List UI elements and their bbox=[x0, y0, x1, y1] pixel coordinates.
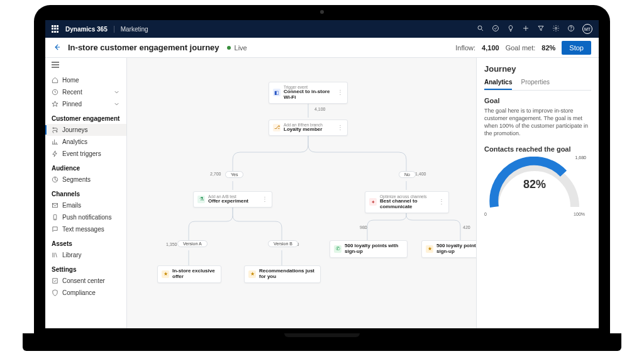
svg-point-0 bbox=[478, 26, 482, 30]
search-icon[interactable] bbox=[477, 25, 484, 33]
node-branch[interactable]: ⎇ Add an if/then branchLoyalty member ⋮ bbox=[269, 119, 348, 136]
details-panel: Journey Analytics Properties Goal The go… bbox=[476, 58, 599, 328]
lightbulb-icon[interactable] bbox=[507, 25, 514, 33]
gauge-min: 0 bbox=[484, 212, 487, 216]
node-optimize[interactable]: ✦ Optimize across channelsBest channel t… bbox=[365, 191, 449, 213]
sidebar-item-label: Push notifications bbox=[62, 214, 111, 221]
offer-icon: ★ bbox=[426, 245, 433, 253]
optimize-icon: ✦ bbox=[369, 198, 377, 206]
stop-button[interactable]: Stop bbox=[562, 41, 591, 55]
sidebar-item-label: Journeys bbox=[62, 126, 88, 133]
branch-pill-no[interactable]: No bbox=[399, 171, 416, 178]
flow-count: 980 bbox=[360, 225, 367, 230]
whatsapp-icon: ✆ bbox=[334, 245, 341, 253]
svg-point-2 bbox=[555, 28, 557, 30]
sidebar-item-label: Segments bbox=[62, 176, 91, 183]
offer-icon: ★ bbox=[162, 270, 169, 278]
avatar[interactable]: MT bbox=[582, 24, 592, 34]
ab-pill-b[interactable]: Version B bbox=[268, 240, 298, 247]
leaf-exclusive[interactable]: ★ In-store exclusive offer bbox=[157, 265, 221, 283]
flow-count: 1,400 bbox=[415, 172, 426, 176]
chevron-down-icon bbox=[113, 89, 120, 96]
help-icon[interactable] bbox=[567, 25, 575, 33]
svg-point-1 bbox=[493, 26, 499, 31]
sidebar-item-segments[interactable]: Segments bbox=[45, 174, 126, 186]
hamburger-icon[interactable] bbox=[45, 58, 126, 73]
gauge-max: 100% bbox=[574, 212, 585, 216]
svg-point-6 bbox=[53, 128, 54, 129]
sidebar-item-emails[interactable]: Emails bbox=[45, 199, 126, 211]
sidebar-section: Settings bbox=[45, 261, 126, 275]
flow-count: 420 bbox=[463, 225, 470, 230]
sidebar-item-recent[interactable]: Recent bbox=[45, 86, 126, 98]
command-bar: In-store customer engagement journey Liv… bbox=[45, 38, 599, 58]
leaf-points-b[interactable]: ★ 500 loyalty points with sign-up bbox=[421, 240, 476, 258]
sidebar-item-label: Emails bbox=[62, 202, 81, 209]
sidebar-item-home[interactable]: Home bbox=[45, 74, 126, 86]
gauge-percent: 82% bbox=[484, 178, 585, 191]
gauge-chart: 1,680 82% 0 100% bbox=[484, 157, 585, 213]
sidebar-item-label: Text messages bbox=[62, 226, 104, 233]
svg-point-7 bbox=[56, 131, 57, 132]
sidebar-item-label: Compliance bbox=[62, 289, 96, 296]
status-dot-icon bbox=[227, 46, 231, 50]
filter-icon[interactable] bbox=[537, 25, 545, 33]
inflow-value: 4,100 bbox=[482, 44, 499, 52]
sidebar-item-text[interactable]: Text messages bbox=[45, 223, 126, 235]
svg-rect-12 bbox=[53, 279, 57, 283]
flow-count: 2,700 bbox=[210, 172, 221, 176]
sidebar-item-push[interactable]: Push notifications bbox=[45, 211, 126, 223]
sidebar-item-library[interactable]: Library bbox=[45, 249, 126, 261]
sidebar-item-label: Home bbox=[62, 77, 79, 84]
back-button[interactable] bbox=[53, 43, 62, 53]
tab-properties[interactable]: Properties bbox=[521, 79, 550, 90]
branch-pill-yes[interactable]: Yes bbox=[225, 171, 243, 178]
sidebar-item-label: Library bbox=[62, 252, 82, 258]
offer-icon: ★ bbox=[248, 270, 256, 278]
task-icon[interactable] bbox=[492, 25, 499, 33]
sidebar-item-label: Event triggers bbox=[62, 150, 101, 157]
svg-point-11 bbox=[55, 219, 55, 219]
goal-description: The goal here is to improve in-store cus… bbox=[484, 107, 591, 138]
global-header: Dynamics 365 Marketing MT bbox=[45, 20, 599, 38]
goal-heading: Goal bbox=[484, 97, 591, 104]
journey-canvas[interactable]: 4,100 2,700 1,400 1,350 1,350 980 420 Ye… bbox=[127, 58, 476, 328]
status-label: Live bbox=[235, 44, 247, 52]
sidebar-item-label: Consent center bbox=[62, 277, 105, 284]
sidebar-item-label: Pinned bbox=[62, 101, 82, 108]
flow-count: 4,100 bbox=[314, 107, 326, 111]
leaf-reco[interactable]: ★ Recommendations just for you bbox=[244, 265, 321, 283]
panel-title: Journey bbox=[484, 64, 591, 74]
abtest-icon: ⚗ bbox=[197, 196, 205, 203]
tab-analytics[interactable]: Analytics bbox=[484, 79, 512, 90]
chevron-down-icon bbox=[113, 101, 120, 108]
app-launcher-icon[interactable] bbox=[52, 25, 59, 33]
add-icon[interactable] bbox=[522, 25, 530, 33]
branch-icon: ⎇ bbox=[273, 124, 280, 131]
node-abtest[interactable]: ⚗ Add an A/B testOffer experiment ⋮ bbox=[193, 191, 272, 208]
sidebar-section: Channels bbox=[45, 186, 126, 199]
flow-count: 1,350 bbox=[166, 242, 177, 247]
gauge-top-value: 1,680 bbox=[575, 155, 586, 160]
sidebar-item-pinned[interactable]: Pinned bbox=[45, 98, 126, 110]
sidebar-item-consent[interactable]: Consent center bbox=[45, 275, 126, 287]
wifi-icon: ◧ bbox=[273, 89, 280, 96]
ab-pill-a[interactable]: Version A bbox=[177, 240, 208, 247]
sidebar-section: Customer engagement bbox=[45, 110, 126, 124]
sidebar-item-label: Analytics bbox=[62, 138, 87, 145]
leaf-points-a[interactable]: ✆ 500 loyalty points with sign-up bbox=[330, 240, 408, 258]
sidebar-item-label: Recent bbox=[62, 89, 82, 96]
sidebar-section: Audience bbox=[45, 160, 126, 174]
node-trigger[interactable]: ◧ Trigger eventConnect to in-store Wi-Fi… bbox=[269, 82, 348, 104]
settings-icon[interactable] bbox=[552, 25, 560, 33]
goal-label: Goal met: bbox=[506, 44, 536, 52]
sidebar-item-compliance[interactable]: Compliance bbox=[45, 287, 126, 299]
contacts-heading: Contacts reached the goal bbox=[484, 145, 591, 153]
app-label: Marketing bbox=[114, 26, 148, 33]
sidebar-section: Assets bbox=[45, 235, 126, 249]
svg-point-4 bbox=[571, 30, 572, 30]
sidebar-item-event-triggers[interactable]: Event triggers bbox=[45, 148, 126, 160]
sidebar-item-analytics[interactable]: Analytics bbox=[45, 136, 126, 148]
sidebar-item-journeys[interactable]: Journeys bbox=[45, 124, 126, 136]
goal-value: 82% bbox=[541, 44, 555, 52]
